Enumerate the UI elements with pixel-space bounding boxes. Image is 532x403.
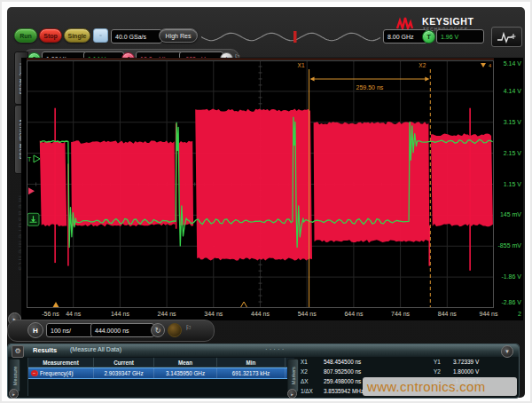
bandwidth-field[interactable]: 8.00 GHz xyxy=(383,29,427,43)
results-title: Results xyxy=(33,346,57,354)
y-axis-label: -855 mV xyxy=(486,242,521,249)
y-axis-label: 3.15 V xyxy=(486,119,521,125)
zoom-mode-button[interactable]: ↻ xyxy=(151,323,165,337)
marker-x2-row: X2807.952500 ns xyxy=(301,368,361,377)
table-row[interactable]: –Frequency(4) 2.9039347 GHz 3.1435950 GH… xyxy=(28,367,294,379)
single-button[interactable]: Single xyxy=(64,28,90,43)
trigger-source-indicator[interactable]: T xyxy=(422,30,435,43)
x-axis-label: 744 ns xyxy=(381,311,420,317)
x-axis-label: 244 ns xyxy=(147,311,186,317)
horizontal-position-strip[interactable] xyxy=(201,31,380,43)
col-current: Current xyxy=(94,358,154,367)
cursor-delta-label: 259.50 ns xyxy=(356,84,384,91)
waveform-display[interactable]: X1X2259.50 nsT4 xyxy=(27,60,494,308)
markers-expand-button[interactable]: ▸ xyxy=(287,389,297,399)
tab-measure-vertical[interactable]: Measure xyxy=(9,359,20,392)
marker-y1-row: Y13.72339 V xyxy=(434,359,479,367)
cursor-x2-label: X2 xyxy=(419,62,426,68)
pulse-icon xyxy=(497,31,518,43)
waveform-tool-button[interactable] xyxy=(491,27,522,47)
cursor-x1-label: X1 xyxy=(298,62,305,68)
alert-icon: – xyxy=(31,370,38,376)
col-measurement: Measurement xyxy=(28,358,94,367)
results-header: ⚙ Results (Measure All Data) ····· ▾ xyxy=(8,344,519,357)
y-axis-label: 4.14 V xyxy=(486,88,521,94)
horizontal-button[interactable]: H xyxy=(27,322,43,338)
watermark-text: www.cntronics.com xyxy=(367,379,485,394)
x-axis-label: 144 ns xyxy=(100,311,139,317)
y-axis-label: 1.15 V xyxy=(486,181,521,187)
trigger-level-marker: T xyxy=(27,156,32,162)
acquisition-mode-button[interactable]: High Res xyxy=(159,28,198,43)
drag-handle[interactable]: ····· xyxy=(265,345,286,353)
marker-1dx-row: 1/ΔX3.8535942 MHz xyxy=(301,388,364,397)
tab-markers-vertical[interactable]: Markers xyxy=(287,359,299,392)
x-axis-label: 544 ns xyxy=(287,311,326,317)
screenshot-page: KEYSIGHT TECHNOLOGIES Run Stop Single 40… xyxy=(0,0,532,403)
marker-dx-row: ΔX259.498000 ns xyxy=(301,378,361,387)
y-axis-label: -1.86 V xyxy=(486,273,521,280)
results-subtitle: (Measure All Data) xyxy=(70,346,121,352)
run-button[interactable]: Run xyxy=(14,28,37,43)
measure-expand-button[interactable]: ▸ xyxy=(9,389,19,399)
y-axis-label: 5.14 V xyxy=(486,60,521,67)
red-spike xyxy=(54,108,56,263)
red-envelope-segment xyxy=(431,133,493,226)
stop-button[interactable]: Stop xyxy=(39,28,62,43)
hbar-pin-icon[interactable]: ⚐ xyxy=(185,324,192,332)
x-axis-label: 444 ns xyxy=(241,311,280,317)
position-marker xyxy=(293,31,297,43)
x-axis-label: 44 ns xyxy=(54,311,93,317)
display-settings-button[interactable] xyxy=(93,28,108,43)
y-axis-label: -2.86 V xyxy=(486,299,521,305)
timebase-scale-field[interactable]: 100 ns/ xyxy=(46,323,94,337)
plot-top-border xyxy=(27,59,494,59)
y-axis-label: 2.15 V xyxy=(486,150,521,156)
red-envelope-segment xyxy=(40,140,67,226)
y-axis-label: 145 mV xyxy=(486,211,521,217)
col-min: Min xyxy=(217,358,286,367)
col-mean: Mean xyxy=(154,358,217,367)
x-axis-label: 644 ns xyxy=(334,311,373,317)
marker-x1-row: X1548.454500 ns xyxy=(301,359,361,367)
red-spike xyxy=(469,108,471,271)
x-axis-label: 344 ns xyxy=(194,311,233,317)
x-axis-label: 844 ns xyxy=(427,311,466,317)
channel-2-axis-indicator: 2 xyxy=(518,311,521,317)
x-axis-label: 944 ns xyxy=(469,311,508,317)
trigger-level-field[interactable]: 1.96 V xyxy=(436,29,484,43)
waveform-icon xyxy=(99,31,102,40)
sample-rate-field[interactable]: 40.0 GSa/s xyxy=(111,29,162,43)
search-button[interactable] xyxy=(168,323,182,337)
timebase-position-field[interactable]: 444.0000 ns xyxy=(90,323,154,337)
collapse-results-button[interactable]: ▾ xyxy=(501,345,513,358)
red-envelope-segment xyxy=(71,140,176,226)
brand-name: KEYSIGHT xyxy=(422,16,473,27)
oscilloscope-app: KEYSIGHT TECHNOLOGIES Run Stop Single 40… xyxy=(7,7,525,398)
marker-y2-row: Y21.80000 V xyxy=(434,368,479,377)
measurements-table: Measurement Current Mean Min –Frequency(… xyxy=(27,358,294,396)
table-header-row[interactable]: Measurement Current Mean Min xyxy=(28,358,294,367)
gear-icon[interactable]: ⚙ xyxy=(12,345,24,358)
